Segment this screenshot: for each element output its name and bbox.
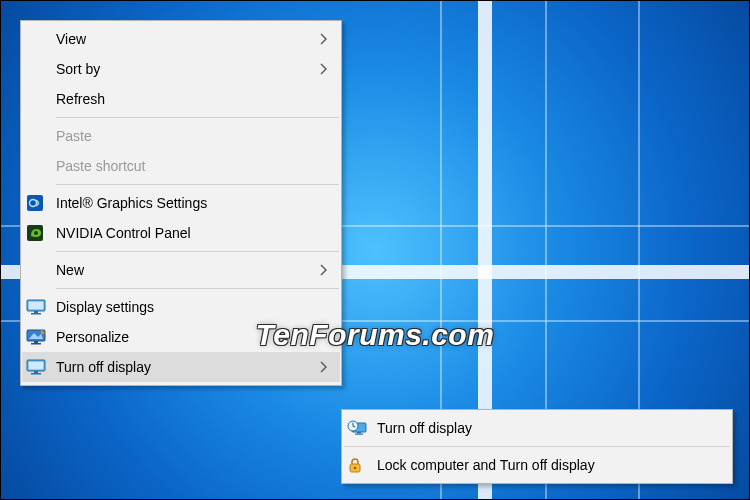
chevron-right-icon (320, 361, 332, 373)
menu-separator (56, 117, 339, 118)
menu-label: Refresh (56, 91, 320, 107)
menu-label: Paste (56, 128, 320, 144)
menu-item-view[interactable]: View (22, 24, 340, 54)
clock-monitor-icon (347, 417, 377, 439)
blank-icon (26, 88, 56, 110)
svg-rect-7 (31, 313, 41, 315)
chevron-right-icon (320, 264, 332, 276)
menu-item-nvidia-control-panel[interactable]: NVIDIA Control Panel (22, 218, 340, 248)
menu-label: Paste shortcut (56, 158, 320, 174)
svg-rect-9 (34, 341, 38, 343)
menu-item-paste: Paste (22, 121, 340, 151)
menu-separator (56, 288, 339, 289)
menu-label: Sort by (56, 61, 320, 77)
menu-label: NVIDIA Control Panel (56, 225, 320, 241)
turn-off-display-submenu: Turn off display Lock computer and Turn … (341, 409, 733, 484)
menu-label: Lock computer and Turn off display (377, 457, 711, 473)
blank-icon (26, 58, 56, 80)
menu-label: Turn off display (377, 420, 711, 436)
menu-item-turn-off-display[interactable]: Turn off display (22, 352, 340, 382)
menu-separator (56, 184, 339, 185)
blank-icon (26, 125, 56, 147)
menu-label: Intel® Graphics Settings (56, 195, 320, 211)
svg-rect-14 (31, 373, 41, 375)
svg-rect-10 (31, 343, 41, 345)
nvidia-icon (26, 222, 56, 244)
svg-point-3 (34, 231, 38, 235)
chevron-right-icon (320, 63, 332, 75)
menu-label: Personalize (56, 329, 320, 345)
monitor-icon (26, 296, 56, 318)
blank-icon (26, 259, 56, 281)
svg-rect-13 (34, 371, 38, 373)
menu-item-new[interactable]: New (22, 255, 340, 285)
svg-rect-12 (29, 362, 44, 370)
lock-icon (347, 454, 377, 476)
menu-label: View (56, 31, 320, 47)
svg-point-20 (354, 467, 357, 470)
menu-item-personalize[interactable]: Personalize (22, 322, 340, 352)
menu-item-intel-graphics[interactable]: Intel® Graphics Settings (22, 188, 340, 218)
menu-item-paste-shortcut: Paste shortcut (22, 151, 340, 181)
svg-rect-5 (29, 302, 44, 310)
personalize-icon (26, 326, 56, 348)
menu-separator (344, 446, 730, 447)
submenu-item-turn-off-display[interactable]: Turn off display (343, 413, 731, 443)
svg-rect-17 (355, 434, 363, 435)
intel-icon (26, 192, 56, 214)
svg-rect-6 (34, 311, 38, 313)
desktop-context-menu: View Sort by Refresh Paste Paste shortcu… (20, 20, 342, 386)
svg-rect-16 (357, 432, 361, 434)
menu-item-sort-by[interactable]: Sort by (22, 54, 340, 84)
blank-icon (26, 155, 56, 177)
menu-item-display-settings[interactable]: Display settings (22, 292, 340, 322)
menu-label: Turn off display (56, 359, 320, 375)
menu-item-refresh[interactable]: Refresh (22, 84, 340, 114)
submenu-item-lock-and-turn-off[interactable]: Lock computer and Turn off display (343, 450, 731, 480)
menu-separator (56, 251, 339, 252)
monitor-off-icon (26, 356, 56, 378)
menu-label: Display settings (56, 299, 320, 315)
chevron-right-icon (320, 33, 332, 45)
menu-label: New (56, 262, 320, 278)
blank-icon (26, 28, 56, 50)
